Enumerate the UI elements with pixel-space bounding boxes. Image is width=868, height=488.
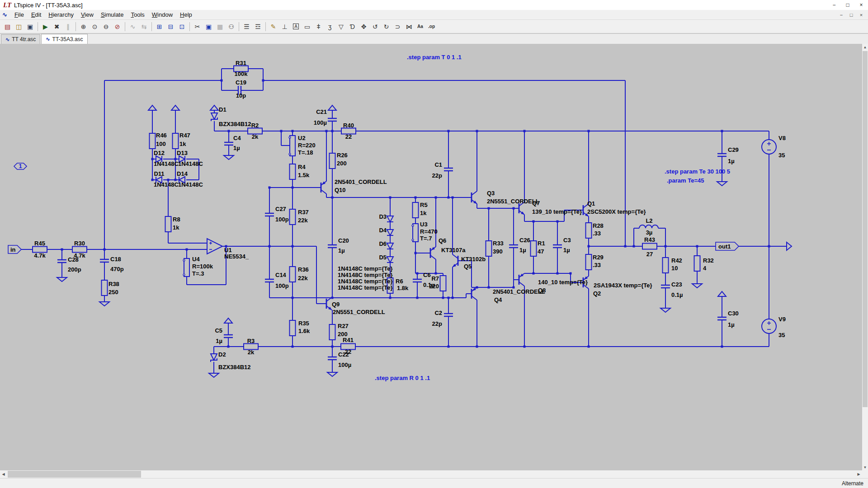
component-label[interactable]: 200 bbox=[337, 160, 347, 167]
part-R45[interactable] bbox=[33, 247, 47, 253]
component-label[interactable]: R46 bbox=[156, 132, 167, 139]
component-label[interactable]: Q1 bbox=[587, 200, 595, 207]
part-Q8[interactable] bbox=[514, 273, 524, 286]
part-C26[interactable] bbox=[509, 245, 518, 248]
copy-button[interactable]: ▣ bbox=[203, 21, 214, 32]
component-label[interactable]: R=100k bbox=[192, 263, 213, 270]
component-label[interactable]: C30 bbox=[728, 310, 739, 317]
component-label[interactable]: R26 bbox=[337, 152, 348, 159]
part-C29[interactable] bbox=[717, 154, 726, 156]
component-label[interactable]: 1.6k bbox=[298, 328, 310, 334]
component-label[interactable]: 100 bbox=[156, 141, 166, 147]
component-label[interactable]: 1µ bbox=[519, 247, 526, 253]
component-label[interactable]: R=470 bbox=[420, 228, 438, 235]
component-label[interactable]: 35 bbox=[778, 152, 785, 159]
part-U2[interactable] bbox=[289, 136, 295, 156]
horizontal-scroll-thumb[interactable] bbox=[8, 471, 141, 478]
component-label[interactable]: Q5 bbox=[464, 263, 472, 270]
component-label[interactable]: 4 bbox=[703, 265, 707, 272]
place-ground-button[interactable]: ⊥ bbox=[279, 21, 290, 32]
part-R32[interactable] bbox=[694, 256, 700, 271]
menu-item-hierarchy[interactable]: Hierarchy bbox=[45, 11, 77, 19]
component-label[interactable]: 2N5401_CORDELL bbox=[493, 288, 545, 295]
component-label[interactable]: 1N4148C bbox=[178, 181, 203, 188]
component-label[interactable]: in bbox=[10, 246, 16, 253]
scroll-up-arrow-icon[interactable]: ▲ bbox=[862, 44, 868, 50]
spice-directive-text[interactable]: .step param R 0 1 .1 bbox=[375, 375, 430, 381]
panel-3-button[interactable]: ⊡ bbox=[177, 21, 187, 32]
part-R38[interactable] bbox=[102, 280, 108, 296]
component-label[interactable]: 2SC5200X temp={Te} bbox=[587, 208, 646, 215]
component-label[interactable]: C4 bbox=[233, 135, 241, 141]
part-gnd[interactable] bbox=[327, 372, 337, 376]
menu-item-help[interactable]: Help bbox=[176, 11, 196, 19]
component-label[interactable]: 220 bbox=[429, 283, 439, 290]
place-text-button[interactable]: Aa bbox=[415, 21, 425, 32]
place-capacitor-button[interactable]: ǂ bbox=[313, 21, 324, 32]
scroll-left-arrow-icon[interactable]: ◀ bbox=[0, 470, 7, 478]
part-D1[interactable] bbox=[211, 113, 217, 121]
component-label[interactable]: 1N4148C temp={Te} bbox=[338, 265, 393, 272]
component-label[interactable]: 1N4148C temp={Te} bbox=[338, 284, 393, 291]
component-label[interactable]: 100µ bbox=[338, 361, 351, 368]
print-preview-button[interactable]: ☲ bbox=[253, 21, 263, 32]
component-label[interactable]: U4 bbox=[192, 256, 200, 263]
component-label[interactable]: T=.7 bbox=[420, 235, 432, 242]
component-label[interactable]: R7 bbox=[431, 275, 439, 282]
restore-button[interactable]: □ bbox=[841, 0, 854, 10]
component-label[interactable]: 100k bbox=[235, 70, 248, 77]
part-R43[interactable] bbox=[642, 244, 657, 249]
save-button[interactable]: ▣ bbox=[25, 21, 35, 32]
part-U4[interactable] bbox=[183, 258, 189, 277]
component-label[interactable]: 1N4148C temp={Te} bbox=[338, 272, 393, 278]
component-label[interactable]: R35 bbox=[298, 320, 309, 327]
component-label[interactable]: D14 bbox=[177, 170, 188, 177]
mirror-button[interactable]: ⋈ bbox=[404, 21, 414, 32]
part-C27[interactable] bbox=[265, 213, 274, 216]
component-label[interactable]: R45 bbox=[34, 240, 45, 247]
menu-item-edit[interactable]: Edit bbox=[28, 11, 45, 19]
mdi-minimize-button[interactable]: − bbox=[836, 12, 846, 18]
component-label[interactable]: .33 bbox=[593, 230, 601, 237]
component-label[interactable]: D2 bbox=[218, 351, 226, 358]
component-label[interactable]: D4 bbox=[379, 227, 387, 234]
tab-tt-35a3-asc[interactable]: ∿TT-35A3.asc bbox=[41, 34, 87, 44]
part-C4[interactable] bbox=[224, 142, 233, 145]
component-label[interactable]: 1µ bbox=[233, 145, 240, 151]
panel-2-button[interactable]: ⊟ bbox=[165, 21, 176, 32]
run-button[interactable]: ▶ bbox=[40, 21, 51, 32]
part-C23[interactable] bbox=[661, 285, 670, 288]
component-label[interactable]: C2 bbox=[434, 310, 442, 316]
place-resistor-button[interactable]: ▭ bbox=[302, 21, 312, 32]
part-C18[interactable] bbox=[100, 259, 109, 262]
component-label[interactable]: 1µ bbox=[728, 321, 735, 328]
component-label[interactable]: R29 bbox=[593, 254, 604, 261]
component-label[interactable]: 47 bbox=[538, 248, 544, 255]
part-Q6[interactable] bbox=[425, 247, 436, 259]
component-label[interactable]: U3 bbox=[420, 221, 428, 228]
undo-button[interactable]: ↺ bbox=[370, 21, 380, 32]
part-R1[interactable] bbox=[531, 241, 537, 256]
component-label[interactable]: D11 bbox=[154, 170, 164, 177]
component-label[interactable]: 1k bbox=[179, 141, 186, 147]
component-label[interactable]: C5 bbox=[215, 327, 222, 334]
component-label[interactable]: 1k bbox=[420, 210, 427, 216]
spice-directive-text[interactable]: 1 bbox=[19, 163, 22, 169]
part-V9[interactable] bbox=[762, 319, 776, 333]
component-label[interactable]: C29 bbox=[728, 146, 739, 153]
component-label[interactable]: D12 bbox=[154, 150, 165, 156]
part-V8[interactable] bbox=[762, 140, 776, 154]
part-Q3[interactable] bbox=[466, 191, 477, 204]
component-label[interactable]: 2N5401_CORDELL bbox=[335, 178, 387, 185]
component-label[interactable]: Q10 bbox=[335, 187, 346, 193]
component-label[interactable]: D3 bbox=[379, 213, 387, 220]
component-label[interactable]: 1µ bbox=[216, 338, 222, 344]
mdi-restore-button[interactable]: □ bbox=[846, 12, 856, 18]
component-label[interactable]: D13 bbox=[177, 150, 188, 156]
part-fu[interactable] bbox=[328, 105, 336, 110]
component-label[interactable]: 100p bbox=[275, 282, 289, 289]
part-R33[interactable] bbox=[486, 241, 492, 256]
wires[interactable] bbox=[20, 69, 787, 373]
part-R37[interactable] bbox=[290, 209, 296, 225]
part-Q10[interactable] bbox=[316, 181, 326, 194]
